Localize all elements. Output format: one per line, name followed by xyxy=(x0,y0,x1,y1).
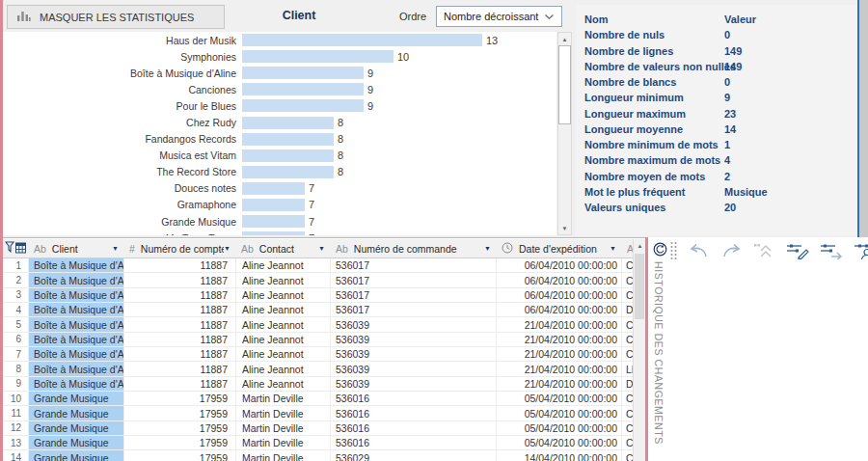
row-number[interactable]: 8 xyxy=(0,362,29,375)
row-number[interactable]: 13 xyxy=(0,436,29,449)
cell-numero-de-compte[interactable]: 11887 xyxy=(124,288,236,302)
cell-type[interactable]: CD xyxy=(622,273,633,286)
chart-bar-row[interactable]: Chez Rudy8 xyxy=(3,114,556,130)
table-scrollbar[interactable]: ▲ xyxy=(633,239,645,461)
cell-contact[interactable]: Aline Jeannot xyxy=(236,362,331,375)
cell-numero-de-commande[interactable]: 536039 xyxy=(331,377,497,391)
cell-date-expedition[interactable]: 06/04/2010 00:00:00 xyxy=(497,288,622,302)
cell-client[interactable]: Boîte à Musique d'Aline xyxy=(29,317,124,331)
cell-type[interactable]: LP xyxy=(622,362,633,375)
chart-bar[interactable] xyxy=(242,231,305,235)
cell-numero-de-compte[interactable]: 11887 xyxy=(124,347,236,361)
cell-date-expedition[interactable]: 05/04/2010 00:00:00 xyxy=(497,436,622,449)
cell-client[interactable]: Boîte à Musique d'Aline xyxy=(29,362,124,375)
cell-client[interactable]: Boîte à Musique d'Aline xyxy=(29,303,124,316)
sort-dropdown-icon[interactable]: ▼ xyxy=(318,245,325,252)
undo-icon[interactable] xyxy=(689,243,710,259)
row-number[interactable]: 6 xyxy=(0,333,29,346)
chart-bar-row[interactable]: The Record Store8 xyxy=(3,164,556,180)
history-restore-icon[interactable] xyxy=(653,242,667,260)
cell-numero-de-commande[interactable]: 536016 xyxy=(331,406,497,420)
table-row[interactable]: 11Grande Musique17959Martin Deville53601… xyxy=(0,406,633,420)
table-row[interactable]: 1Boîte à Musique d'Aline11887Aline Jeann… xyxy=(0,258,633,273)
chart-bar[interactable] xyxy=(242,215,305,228)
cell-numero-de-compte[interactable]: 11887 xyxy=(124,362,236,375)
chart-bar[interactable] xyxy=(242,133,334,146)
cell-numero-de-compte[interactable]: 17959 xyxy=(124,421,236,435)
cell-type[interactable]: CD xyxy=(622,392,633,405)
table-row[interactable]: 2Boîte à Musique d'Aline11887Aline Jeann… xyxy=(0,273,633,287)
cell-date-expedition[interactable]: 05/04/2010 00:00:00 xyxy=(497,406,622,420)
chart-bar[interactable] xyxy=(242,83,364,95)
cell-contact[interactable]: Martin Deville xyxy=(236,392,331,405)
cell-numero-de-commande[interactable]: 536017 xyxy=(331,258,497,272)
cell-contact[interactable]: Martin Deville xyxy=(236,421,331,435)
cell-numero-de-commande[interactable]: 536039 xyxy=(331,333,497,346)
column-header-type[interactable]: Ab xyxy=(622,239,633,258)
cell-numero-de-compte[interactable]: 11887 xyxy=(124,333,236,346)
cell-date-expedition[interactable]: 21/04/2010 00:00:00 xyxy=(497,377,622,391)
cell-type[interactable]: CD xyxy=(622,436,633,449)
chart-bar[interactable] xyxy=(242,99,364,112)
table-row[interactable]: 13Grande Musique17959Martin Deville53601… xyxy=(0,436,633,450)
cell-numero-de-compte[interactable]: 11887 xyxy=(124,377,236,391)
cell-date-expedition[interactable]: 06/04/2010 00:00:00 xyxy=(497,303,622,316)
chart-bar-row[interactable]: Fandangos Records8 xyxy=(3,131,556,148)
scroll-down-icon[interactable]: ▼ xyxy=(558,222,571,234)
column-header-num-ro-de-compte[interactable]: #Numéro de compte▼ xyxy=(124,239,236,258)
chart-bar-row[interactable]: Grande Musique7 xyxy=(3,213,556,230)
row-number[interactable]: 9 xyxy=(0,377,29,391)
cell-numero-de-commande[interactable]: 536017 xyxy=(331,303,497,316)
column-header-contact[interactable]: AbContact▼ xyxy=(236,239,331,258)
cell-numero-de-commande[interactable]: 536029 xyxy=(331,450,497,461)
cell-type[interactable]: CD xyxy=(622,347,633,361)
chart-bar[interactable] xyxy=(242,182,305,195)
cell-client[interactable]: Grande Musique xyxy=(29,421,124,435)
cell-contact[interactable]: Aline Jeannot xyxy=(236,273,331,286)
cell-type[interactable]: CD xyxy=(622,258,633,272)
row-number[interactable]: 4 xyxy=(0,303,29,316)
table-row[interactable]: 5Boîte à Musique d'Aline11887Aline Jeann… xyxy=(0,317,633,332)
cell-contact[interactable]: Aline Jeannot xyxy=(236,347,331,361)
cell-date-expedition[interactable]: 14/04/2010 00:00:00 xyxy=(497,450,622,461)
cell-numero-de-commande[interactable]: 536016 xyxy=(331,421,497,435)
table-row[interactable]: 4Boîte à Musique d'Aline11887Aline Jeann… xyxy=(0,303,633,317)
cell-type[interactable]: CD xyxy=(622,317,633,331)
cell-numero-de-commande[interactable]: 536016 xyxy=(331,392,497,405)
collapse-up-icon[interactable] xyxy=(752,242,775,259)
row-number[interactable]: 12 xyxy=(0,421,29,435)
sort-dropdown-icon[interactable]: ▼ xyxy=(112,245,119,252)
cell-client[interactable]: Grande Musique xyxy=(29,436,124,449)
cell-type[interactable]: CD xyxy=(622,421,633,435)
table-scrollbar-thumb[interactable] xyxy=(635,254,644,319)
cell-numero-de-compte[interactable]: 11887 xyxy=(124,317,236,331)
cell-numero-de-commande[interactable]: 536017 xyxy=(331,273,497,286)
cell-type[interactable]: DVD xyxy=(622,303,633,316)
cell-contact[interactable]: Martin Deville xyxy=(236,406,331,420)
cell-date-expedition[interactable]: 21/04/2010 00:00:00 xyxy=(497,347,622,361)
chart-bar-row[interactable]: Douces notes7 xyxy=(3,180,556,197)
chart-bar[interactable] xyxy=(242,149,334,162)
cell-contact[interactable]: Aline Jeannot xyxy=(236,288,331,302)
table-row[interactable]: 12Grande Musique17959Martin Deville53601… xyxy=(0,421,633,436)
cell-date-expedition[interactable]: 05/04/2010 00:00:00 xyxy=(497,392,622,405)
cell-date-expedition[interactable]: 06/04/2010 00:00:00 xyxy=(497,258,622,272)
cell-contact[interactable]: Aline Jeannot xyxy=(236,377,331,391)
table-row[interactable]: 10Grande Musique17959Martin Deville53601… xyxy=(0,392,633,406)
chart-bar-row[interactable]: Pour le Blues9 xyxy=(3,97,556,114)
row-number[interactable]: 11 xyxy=(0,406,29,420)
person-action-icon[interactable] xyxy=(854,242,868,259)
cell-type[interactable]: CD xyxy=(622,450,633,461)
table-row[interactable]: 7Boîte à Musique d'Aline11887Aline Jeann… xyxy=(0,347,633,362)
cell-contact[interactable]: Aline Jeannot xyxy=(236,317,331,331)
order-select[interactable]: Nombre décroissant xyxy=(436,6,562,27)
chart-bar-row[interactable]: Boîte à Musique d'Aline9 xyxy=(3,65,556,81)
cell-type[interactable]: CD xyxy=(622,288,633,302)
column-header-date-d-exp-dition[interactable]: Date d'expédition▼ xyxy=(497,239,622,258)
table-row[interactable]: 3Boîte à Musique d'Aline11887Aline Jeann… xyxy=(0,288,633,303)
cell-date-expedition[interactable]: 21/04/2010 00:00:00 xyxy=(497,362,622,375)
row-number[interactable]: 1 xyxy=(0,258,29,272)
row-number[interactable]: 14 xyxy=(0,450,29,461)
hide-statistics-button[interactable]: MASQUER LES STATISTIQUES xyxy=(7,5,225,29)
cell-client[interactable]: Grande Musique xyxy=(29,392,124,405)
